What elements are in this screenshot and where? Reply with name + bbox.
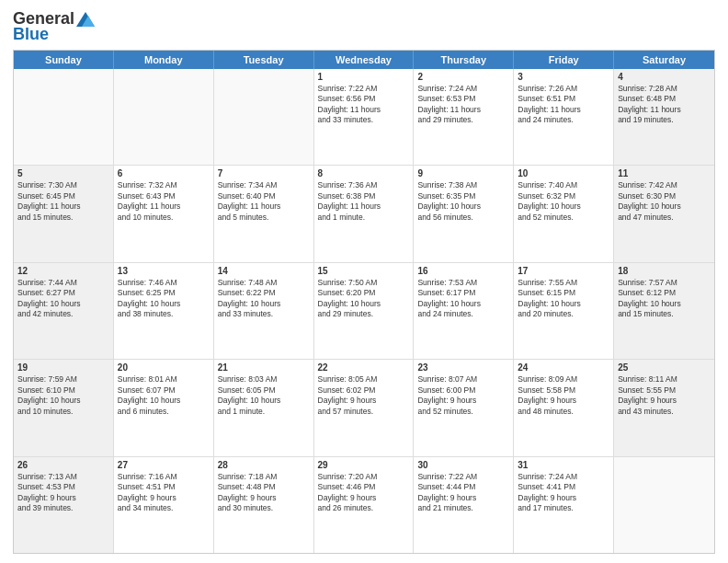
day-info: Sunrise: 7:22 AM Sunset: 6:56 PM Dayligh… bbox=[318, 84, 410, 126]
day-number: 24 bbox=[518, 362, 609, 373]
calendar-day-16: 16Sunrise: 7:53 AM Sunset: 6:17 PM Dayli… bbox=[414, 263, 514, 359]
day-number: 20 bbox=[118, 362, 210, 373]
day-info: Sunrise: 7:18 AM Sunset: 4:48 PM Dayligh… bbox=[218, 472, 310, 514]
calendar-header: SundayMondayTuesdayWednesdayThursdayFrid… bbox=[14, 51, 714, 69]
day-number: 8 bbox=[318, 168, 410, 178]
calendar-week-3: 12Sunrise: 7:44 AM Sunset: 6:27 PM Dayli… bbox=[14, 262, 714, 359]
day-number: 26 bbox=[17, 460, 109, 470]
day-info: Sunrise: 7:40 AM Sunset: 6:32 PM Dayligh… bbox=[518, 180, 609, 223]
calendar-day-14: 14Sunrise: 7:48 AM Sunset: 6:22 PM Dayli… bbox=[214, 263, 314, 359]
day-info: Sunrise: 7:59 AM Sunset: 6:10 PM Dayligh… bbox=[17, 374, 109, 417]
day-info: Sunrise: 7:55 AM Sunset: 6:15 PM Dayligh… bbox=[518, 278, 609, 320]
calendar-day-8: 8Sunrise: 7:36 AM Sunset: 6:38 PM Daylig… bbox=[314, 166, 415, 261]
logo-blue-text: Blue bbox=[13, 25, 49, 44]
calendar-day-empty bbox=[14, 69, 114, 165]
day-info: Sunrise: 8:03 AM Sunset: 6:05 PM Dayligh… bbox=[218, 374, 310, 417]
day-info: Sunrise: 7:16 AM Sunset: 4:51 PM Dayligh… bbox=[118, 472, 210, 514]
day-info: Sunrise: 7:26 AM Sunset: 6:51 PM Dayligh… bbox=[518, 84, 609, 126]
header-day-sunday: Sunday bbox=[14, 51, 114, 69]
header-day-friday: Friday bbox=[514, 51, 614, 69]
calendar-day-29: 29Sunrise: 7:20 AM Sunset: 4:46 PM Dayli… bbox=[314, 457, 415, 553]
calendar-day-5: 5Sunrise: 7:30 AM Sunset: 6:45 PM Daylig… bbox=[14, 166, 114, 261]
header-day-wednesday: Wednesday bbox=[314, 51, 415, 69]
calendar-day-28: 28Sunrise: 7:18 AM Sunset: 4:48 PM Dayli… bbox=[214, 457, 314, 553]
day-info: Sunrise: 7:38 AM Sunset: 6:35 PM Dayligh… bbox=[417, 180, 509, 223]
day-info: Sunrise: 8:05 AM Sunset: 6:02 PM Dayligh… bbox=[318, 374, 410, 417]
header-day-tuesday: Tuesday bbox=[214, 51, 314, 69]
day-info: Sunrise: 8:07 AM Sunset: 6:00 PM Dayligh… bbox=[417, 374, 509, 417]
logo-icon bbox=[76, 12, 95, 27]
calendar-day-13: 13Sunrise: 7:46 AM Sunset: 6:25 PM Dayli… bbox=[114, 263, 214, 359]
day-number: 18 bbox=[618, 266, 711, 276]
calendar-day-11: 11Sunrise: 7:42 AM Sunset: 6:30 PM Dayli… bbox=[614, 166, 714, 261]
day-number: 27 bbox=[118, 460, 210, 470]
calendar-day-6: 6Sunrise: 7:32 AM Sunset: 6:43 PM Daylig… bbox=[114, 166, 214, 261]
day-info: Sunrise: 7:57 AM Sunset: 6:12 PM Dayligh… bbox=[618, 278, 711, 320]
day-info: Sunrise: 7:32 AM Sunset: 6:43 PM Dayligh… bbox=[118, 180, 210, 223]
day-number: 10 bbox=[518, 168, 609, 178]
calendar: SundayMondayTuesdayWednesdayThursdayFrid… bbox=[13, 50, 715, 554]
day-info: Sunrise: 7:42 AM Sunset: 6:30 PM Dayligh… bbox=[618, 180, 711, 223]
calendar-day-23: 23Sunrise: 8:07 AM Sunset: 6:00 PM Dayli… bbox=[414, 360, 514, 455]
day-number: 30 bbox=[417, 460, 509, 470]
day-number: 1 bbox=[318, 72, 410, 82]
day-info: Sunrise: 7:44 AM Sunset: 6:27 PM Dayligh… bbox=[17, 278, 109, 320]
calendar-day-4: 4Sunrise: 7:28 AM Sunset: 6:48 PM Daylig… bbox=[614, 69, 714, 165]
calendar-day-30: 30Sunrise: 7:22 AM Sunset: 4:44 PM Dayli… bbox=[414, 457, 514, 553]
day-number: 16 bbox=[417, 266, 509, 276]
day-info: Sunrise: 8:09 AM Sunset: 5:58 PM Dayligh… bbox=[518, 374, 609, 417]
day-number: 21 bbox=[218, 362, 310, 373]
day-info: Sunrise: 7:30 AM Sunset: 6:45 PM Dayligh… bbox=[17, 180, 109, 223]
header-day-saturday: Saturday bbox=[614, 51, 714, 69]
day-number: 2 bbox=[417, 72, 509, 82]
day-info: Sunrise: 7:28 AM Sunset: 6:48 PM Dayligh… bbox=[618, 84, 711, 126]
calendar-day-12: 12Sunrise: 7:44 AM Sunset: 6:27 PM Dayli… bbox=[14, 263, 114, 359]
day-number: 9 bbox=[417, 168, 509, 178]
calendar-day-empty bbox=[114, 69, 214, 165]
day-info: Sunrise: 7:22 AM Sunset: 4:44 PM Dayligh… bbox=[417, 472, 509, 514]
calendar-week-2: 5Sunrise: 7:30 AM Sunset: 6:45 PM Daylig… bbox=[14, 165, 714, 261]
calendar-day-26: 26Sunrise: 7:13 AM Sunset: 4:53 PM Dayli… bbox=[14, 457, 114, 553]
calendar-day-21: 21Sunrise: 8:03 AM Sunset: 6:05 PM Dayli… bbox=[214, 360, 314, 455]
day-number: 22 bbox=[318, 362, 410, 373]
day-info: Sunrise: 7:13 AM Sunset: 4:53 PM Dayligh… bbox=[17, 472, 109, 514]
day-info: Sunrise: 7:36 AM Sunset: 6:38 PM Dayligh… bbox=[318, 180, 410, 223]
logo: General Blue bbox=[13, 9, 95, 44]
day-number: 15 bbox=[318, 266, 410, 276]
day-number: 13 bbox=[118, 266, 210, 276]
day-number: 3 bbox=[518, 72, 609, 82]
calendar-day-10: 10Sunrise: 7:40 AM Sunset: 6:32 PM Dayli… bbox=[514, 166, 614, 261]
day-info: Sunrise: 7:24 AM Sunset: 6:53 PM Dayligh… bbox=[417, 84, 509, 126]
day-number: 29 bbox=[318, 460, 410, 470]
header-day-monday: Monday bbox=[114, 51, 214, 69]
day-number: 14 bbox=[218, 266, 310, 276]
day-number: 6 bbox=[118, 168, 210, 178]
day-info: Sunrise: 7:20 AM Sunset: 4:46 PM Dayligh… bbox=[318, 472, 410, 514]
day-number: 23 bbox=[417, 362, 509, 373]
day-number: 7 bbox=[218, 168, 310, 178]
calendar-day-18: 18Sunrise: 7:57 AM Sunset: 6:12 PM Dayli… bbox=[614, 263, 714, 359]
calendar-day-7: 7Sunrise: 7:34 AM Sunset: 6:40 PM Daylig… bbox=[214, 166, 314, 261]
day-info: Sunrise: 7:50 AM Sunset: 6:20 PM Dayligh… bbox=[318, 278, 410, 320]
day-info: Sunrise: 8:01 AM Sunset: 6:07 PM Dayligh… bbox=[118, 374, 210, 417]
calendar-day-25: 25Sunrise: 8:11 AM Sunset: 5:55 PM Dayli… bbox=[614, 360, 714, 455]
page: General Blue SundayMondayTuesdayWednesda… bbox=[0, 0, 728, 563]
day-number: 17 bbox=[518, 266, 609, 276]
calendar-day-19: 19Sunrise: 7:59 AM Sunset: 6:10 PM Dayli… bbox=[14, 360, 114, 455]
calendar-day-24: 24Sunrise: 8:09 AM Sunset: 5:58 PM Dayli… bbox=[514, 360, 614, 455]
day-info: Sunrise: 7:48 AM Sunset: 6:22 PM Dayligh… bbox=[218, 278, 310, 320]
calendar-day-17: 17Sunrise: 7:55 AM Sunset: 6:15 PM Dayli… bbox=[514, 263, 614, 359]
calendar-day-31: 31Sunrise: 7:24 AM Sunset: 4:41 PM Dayli… bbox=[514, 457, 614, 553]
calendar-week-4: 19Sunrise: 7:59 AM Sunset: 6:10 PM Dayli… bbox=[14, 359, 714, 455]
day-number: 12 bbox=[17, 266, 109, 276]
day-number: 4 bbox=[618, 72, 711, 82]
calendar-week-1: 1Sunrise: 7:22 AM Sunset: 6:56 PM Daylig… bbox=[14, 69, 714, 165]
calendar-day-2: 2Sunrise: 7:24 AM Sunset: 6:53 PM Daylig… bbox=[414, 69, 514, 165]
calendar-day-empty bbox=[214, 69, 314, 165]
calendar-day-9: 9Sunrise: 7:38 AM Sunset: 6:35 PM Daylig… bbox=[414, 166, 514, 261]
calendar-day-1: 1Sunrise: 7:22 AM Sunset: 6:56 PM Daylig… bbox=[314, 69, 415, 165]
calendar-day-empty bbox=[614, 457, 714, 553]
day-info: Sunrise: 7:34 AM Sunset: 6:40 PM Dayligh… bbox=[218, 180, 310, 223]
header-day-thursday: Thursday bbox=[414, 51, 514, 69]
calendar-week-5: 26Sunrise: 7:13 AM Sunset: 4:53 PM Dayli… bbox=[14, 456, 714, 553]
